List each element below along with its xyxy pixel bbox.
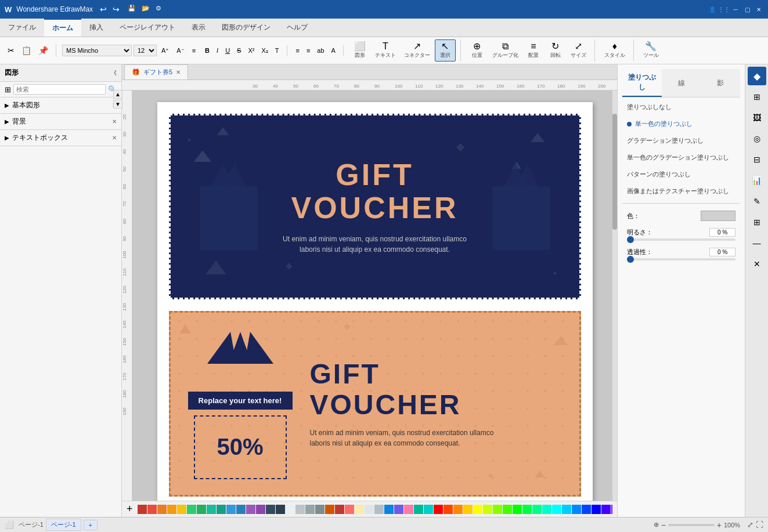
color-chip[interactable] <box>414 505 423 514</box>
sidebar-item-textbox[interactable]: ▶ テキストボックス ✕ <box>0 130 121 146</box>
color-chip[interactable] <box>187 505 196 514</box>
tab-home[interactable]: ホーム <box>44 19 81 37</box>
list-button[interactable]: ≡ <box>293 45 302 56</box>
open-button[interactable]: 📂 <box>139 3 152 15</box>
color-chip[interactable] <box>286 505 295 514</box>
minimize-button[interactable]: ─ <box>731 5 740 14</box>
edit-icon-button[interactable]: ✎ <box>748 192 766 211</box>
style-button[interactable]: ♦ スタイル <box>601 39 629 61</box>
color-chip[interactable] <box>226 505 236 514</box>
table-icon-button[interactable]: ⊟ <box>748 150 766 169</box>
color-chip[interactable] <box>473 505 482 514</box>
fill-gradient-option[interactable]: グラデーション塗りつぶし <box>622 133 740 148</box>
vertical-scrollbar[interactable] <box>612 91 617 501</box>
color-chip[interactable] <box>444 505 453 514</box>
font-size-select[interactable]: 12 <box>134 45 157 56</box>
color-chip[interactable] <box>325 505 334 514</box>
color-chip[interactable] <box>167 505 176 514</box>
tab-fill[interactable]: 塗りつぶし <box>622 69 662 97</box>
brightness-thumb[interactable] <box>627 236 634 243</box>
color-chip[interactable] <box>611 505 612 514</box>
color-chip[interactable] <box>276 505 285 514</box>
color-chip[interactable] <box>355 505 364 514</box>
shape-tool-button[interactable]: ⬜ 図形 <box>349 39 370 61</box>
grid-icon-button[interactable]: ⊞ <box>748 88 766 106</box>
rotate-button[interactable]: ↻ 回転 <box>545 39 566 61</box>
format-painter-button[interactable]: ab <box>314 45 327 56</box>
strikethrough-button[interactable]: S <box>234 45 244 56</box>
sidebar-item-basic-shapes[interactable]: ▶ 基本図形 ✕ <box>0 97 121 114</box>
color-chip[interactable] <box>295 505 305 514</box>
voucher-bottom[interactable]: Replace your text here! 50% GIFT VOUCHER <box>169 311 581 497</box>
color-chip[interactable] <box>582 505 591 514</box>
color-chip[interactable] <box>315 505 324 514</box>
opacity-value[interactable] <box>709 248 735 256</box>
color-chip[interactable] <box>207 505 216 514</box>
save-button[interactable]: 💾 <box>125 3 138 15</box>
percent-discount-box[interactable]: 50% <box>194 415 287 479</box>
add-color-button[interactable]: + <box>127 503 133 515</box>
color-chip[interactable] <box>404 505 413 514</box>
color-chip[interactable] <box>513 505 522 514</box>
page-view-button[interactable]: ⬜ <box>5 520 14 529</box>
color-chip[interactable] <box>463 505 473 514</box>
tab-line[interactable]: 線 <box>662 69 701 97</box>
scrollbar-thumb[interactable] <box>612 114 617 230</box>
canvas-container[interactable]: GIFT VOUCHER Ut enim ad minim veniam, qu… <box>132 91 617 501</box>
color-chip[interactable] <box>335 505 344 514</box>
minus-icon-button[interactable]: — <box>748 234 766 252</box>
color-chip[interactable] <box>374 505 384 514</box>
font-family-select[interactable]: MS Mincho <box>62 45 132 56</box>
color-chip[interactable] <box>236 505 246 514</box>
color-chip[interactable] <box>601 505 611 514</box>
left-panel-collapse-button[interactable]: 《 <box>111 69 117 77</box>
account-icon[interactable]: 👤 <box>708 5 717 14</box>
sidebar-item-background[interactable]: ▶ 背景 ✕ <box>0 114 121 130</box>
zoom-slider[interactable] <box>668 524 715 526</box>
color-chip[interactable] <box>147 505 157 514</box>
tab-view[interactable]: 表示 <box>183 19 214 37</box>
subscript-button[interactable]: X₂ <box>258 45 271 56</box>
fill-solid-option[interactable]: 単一色の塗りつぶし <box>622 117 740 131</box>
left-panel-scroll-up[interactable]: ▲ <box>113 90 122 99</box>
underline-button[interactable]: U <box>222 45 233 56</box>
font-color-btn2[interactable]: A <box>329 45 338 56</box>
close-button[interactable]: ✕ <box>754 5 763 14</box>
color-chip[interactable] <box>266 505 275 514</box>
more-icon[interactable]: ⋮⋮ <box>719 5 729 14</box>
color-chip[interactable] <box>305 505 315 514</box>
opacity-thumb[interactable] <box>627 256 634 263</box>
color-chip[interactable] <box>345 505 354 514</box>
color-chip[interactable] <box>572 505 581 514</box>
paste-button[interactable]: 📌 <box>35 44 51 57</box>
fill-none-option[interactable]: 塗りつぶしなし <box>622 100 740 114</box>
canvas-tab-gift5[interactable]: 🎁 ギフト券5 ✕ <box>124 64 188 79</box>
color-chip[interactable] <box>256 505 265 514</box>
connect-icon-button[interactable]: ⊞ <box>748 213 766 231</box>
maximize-button[interactable]: ▢ <box>742 5 752 14</box>
text-tool-button[interactable]: T テキスト <box>372 39 399 61</box>
zoom-minus-button[interactable]: − <box>661 520 666 530</box>
select-tool-button[interactable]: ↖ 選択 <box>435 39 456 61</box>
font-grow-button[interactable]: A⁺ <box>158 45 172 56</box>
color-chip[interactable] <box>483 505 492 514</box>
fit-page-button[interactable]: ⤢ <box>747 520 753 529</box>
bold-button[interactable]: B <box>202 45 212 56</box>
brightness-value[interactable] <box>709 228 735 237</box>
settings-icon[interactable]: ⚙ <box>153 3 164 15</box>
replace-text-box[interactable]: Replace your text here! <box>188 392 293 410</box>
cut-button[interactable]: ✂ <box>5 44 17 57</box>
copy-button[interactable]: 📋 <box>19 44 34 57</box>
left-panel-scroll-down[interactable]: ▼ <box>113 100 122 108</box>
color-chip[interactable] <box>562 505 571 514</box>
color-chip[interactable] <box>503 505 512 514</box>
size-button[interactable]: ⤢ サイズ <box>567 39 590 61</box>
color-chip[interactable] <box>552 505 561 514</box>
color-chip[interactable] <box>592 505 601 514</box>
tab-shape-design[interactable]: 図形のデザイン <box>214 19 279 37</box>
color-chip[interactable] <box>157 505 167 514</box>
group-button[interactable]: ⧉ グループ化 <box>489 39 522 61</box>
fullscreen-button[interactable]: ⛶ <box>756 520 763 529</box>
undo-button[interactable]: ↩ <box>98 3 109 15</box>
color-chip[interactable] <box>384 505 394 514</box>
